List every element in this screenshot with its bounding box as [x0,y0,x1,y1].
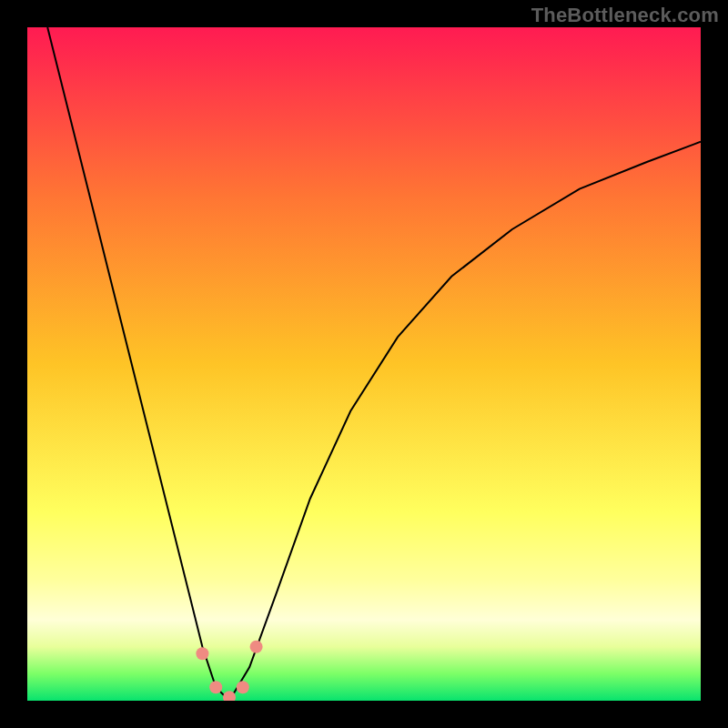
marker-point [250,641,263,653]
watermark-text: TheBottleneck.com [531,4,719,27]
marker-point [237,681,249,693]
marker-point [209,681,222,693]
curve-overlay [27,27,701,701]
plot-area [27,27,701,701]
chart-stage: TheBottleneck.com [0,0,728,728]
marker-point [196,647,208,660]
minimum-markers [196,641,262,701]
bottleneck-curve [47,27,701,701]
